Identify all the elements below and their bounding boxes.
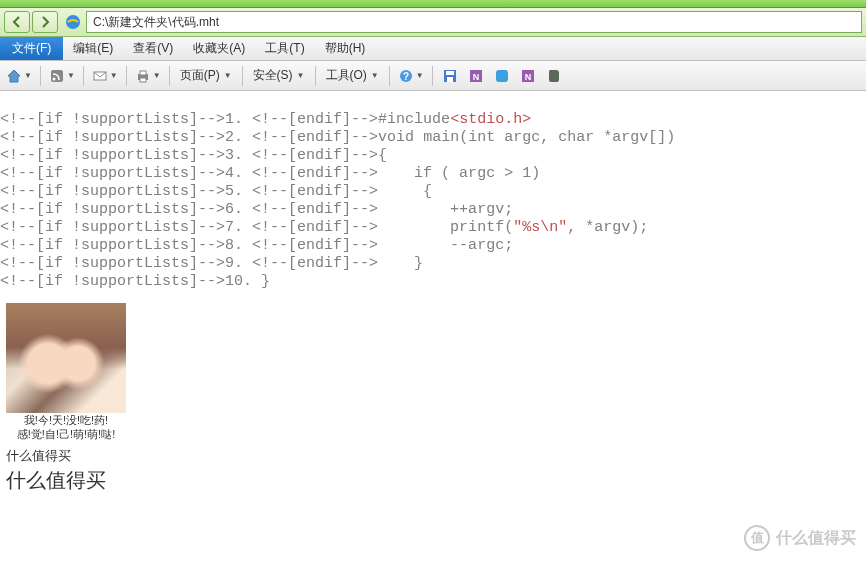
tools-menu[interactable]: 工具(O)▼ [322, 67, 383, 84]
watermark: 值 什么值得买 [744, 525, 856, 551]
help-button[interactable]: ?▼ [396, 68, 426, 84]
svg-rect-5 [140, 71, 146, 75]
forward-button[interactable] [32, 11, 58, 33]
smzdm-small[interactable]: 什么值得买 [6, 447, 866, 465]
menu-help[interactable]: 帮助(H) [315, 37, 376, 60]
menu-edit[interactable]: 编辑(E) [63, 37, 123, 60]
address-text: C:\新建文件夹\代码.mht [93, 14, 219, 31]
nav-bar: C:\新建文件夹\代码.mht [0, 8, 866, 37]
window-titlebar [0, 0, 866, 8]
svg-rect-10 [446, 71, 454, 75]
avatar-caption: 我!今!天!没!吃!药! 感!觉!自!己!萌!萌!哒! [6, 413, 126, 441]
evernote-icon[interactable] [543, 65, 565, 87]
back-button[interactable] [4, 11, 30, 33]
feeds-button[interactable]: ▼ [47, 68, 77, 84]
toolbar: ▼ ▼ ▼ ▼ 页面(P)▼ 安全(S)▼ 工具(O)▼ ?▼ N N [0, 61, 866, 91]
print-button[interactable]: ▼ [133, 68, 163, 84]
page-menu[interactable]: 页面(P)▼ [176, 67, 236, 84]
svg-rect-14 [496, 70, 508, 82]
mail-button[interactable]: ▼ [90, 68, 120, 84]
avatar-image [6, 303, 126, 413]
onenote-linked-icon[interactable]: N [465, 65, 487, 87]
svg-text:N: N [524, 72, 531, 82]
watermark-icon: 值 [744, 525, 770, 551]
menu-tools[interactable]: 工具(T) [255, 37, 314, 60]
menu-bar: 文件(F) 编辑(E) 查看(V) 收藏夹(A) 工具(T) 帮助(H) [0, 37, 866, 61]
menu-favorites[interactable]: 收藏夹(A) [183, 37, 255, 60]
code-content: <!--[if !supportLists]-->1. <!--[endif]-… [0, 91, 866, 299]
menu-file[interactable]: 文件(F) [0, 37, 63, 60]
svg-rect-11 [447, 77, 453, 82]
svg-rect-6 [140, 78, 146, 82]
address-bar[interactable]: C:\新建文件夹\代码.mht [86, 11, 862, 33]
home-button[interactable]: ▼ [4, 68, 34, 84]
ie-icon [64, 13, 82, 31]
onenote-icon[interactable]: N [517, 65, 539, 87]
svg-point-2 [52, 77, 55, 80]
smzdm-big[interactable]: 什么值得买 [6, 467, 866, 494]
svg-text:N: N [472, 72, 479, 82]
save-icon[interactable] [439, 65, 461, 87]
menu-view[interactable]: 查看(V) [123, 37, 183, 60]
app-icon-blue[interactable] [491, 65, 513, 87]
svg-text:?: ? [403, 71, 409, 82]
safety-menu[interactable]: 安全(S)▼ [249, 67, 309, 84]
watermark-text: 什么值得买 [776, 528, 856, 549]
